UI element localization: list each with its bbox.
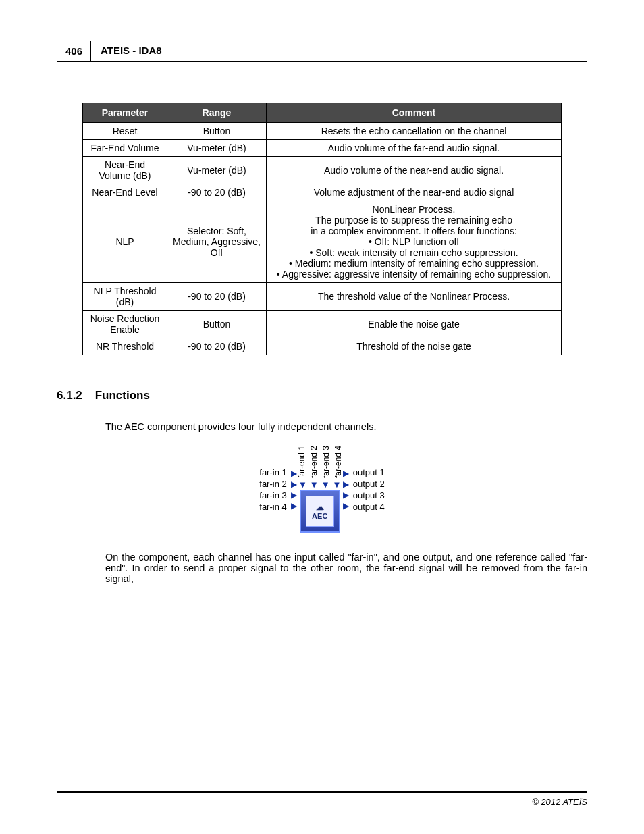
cell-range: Selector: Soft, Medium, Aggressive, Off [167, 201, 267, 283]
far-in-label: far-in 1 [259, 467, 286, 477]
cell-range: Button [167, 123, 267, 140]
cell-range: Vu-meter (dB) [167, 157, 267, 184]
cell-param: Near-End Level [83, 184, 167, 201]
cell-param: NR Threshold [83, 338, 167, 355]
footer-rule [57, 791, 587, 793]
nlp-bullet: Aggressive: aggressive intensity of rema… [272, 269, 556, 280]
nlp-bullet: Off: NLP function off [272, 236, 556, 247]
triangle-right-icon: ▶ [291, 501, 297, 511]
table-row: Near-End Volume (dB) Vu-meter (dB) Audio… [83, 157, 562, 184]
far-end-label: far-end 1 [297, 446, 306, 478]
aec-component-box: ☁ AEC [300, 490, 340, 533]
cell-comment: Audio volume of the near-end audio signa… [267, 157, 562, 184]
section-heading: 6.1.2 Functions [57, 389, 587, 402]
triangle-down-icon: ▼ [310, 479, 319, 490]
far-end-label: far-end 3 [321, 446, 331, 478]
triangle-down-icon: ▼ [298, 479, 307, 490]
nlp-bullet: Soft: weak intensity of remain echo supp… [272, 247, 556, 258]
far-in-label: far-in 4 [259, 502, 286, 512]
cell-range: -90 to 20 (dB) [167, 283, 267, 311]
diagram-left-labels: far-in 1 far-in 2 far-in 3 far-in 4 [259, 467, 286, 512]
section-title: Functions [95, 389, 150, 402]
table-row: Near-End Level -90 to 20 (dB) Volume adj… [83, 184, 562, 201]
parameter-table: Parameter Range Comment Reset Button Res… [82, 103, 562, 355]
aec-label: AEC [312, 512, 327, 520]
cell-comment: Threshold of the noise gate [267, 338, 562, 355]
copyright: © 2012 ATEÏS [57, 797, 587, 807]
right-triangles: ▶ ▶ ▶ ▶ [343, 469, 349, 511]
paragraph: On the component, each channel has one i… [105, 552, 587, 584]
diagram-right-labels: output 1 output 2 output 3 output 4 [353, 467, 385, 512]
diagram-top-labels: far-end 1 far-end 2 far-end 3 far-end 4 [297, 446, 343, 478]
far-end-label: far-end 4 [333, 446, 343, 478]
triangle-right-icon: ▶ [343, 479, 349, 489]
cell-range: -90 to 20 (dB) [167, 184, 267, 201]
cell-param: Far-End Volume [83, 140, 167, 157]
output-label: output 1 [353, 467, 385, 477]
table-row: Far-End Volume Vu-meter (dB) Audio volum… [83, 140, 562, 157]
far-end-label: far-end 2 [309, 446, 319, 478]
table-row: Reset Button Resets the echo cancellatio… [83, 123, 562, 140]
cell-comment: Volume adjustment of the near-end audio … [267, 184, 562, 201]
cell-comment: NonLinear Process. The purpose is to sup… [267, 201, 562, 283]
cell-range: Button [167, 311, 267, 338]
cell-param: NLP Threshold (dB) [83, 283, 167, 311]
cell-param: Near-End Volume (dB) [83, 157, 167, 184]
nlp-line: The purpose is to suppress the remaining… [272, 215, 556, 226]
cell-comment: Audio volume of the far-end audio signal… [267, 140, 562, 157]
cell-param: NLP [83, 201, 167, 283]
table-row: NLP Selector: Soft, Medium, Aggressive, … [83, 201, 562, 283]
top-arrows: ▼ ▼ ▼ ▼ [298, 479, 342, 490]
table-row: Noise Reduction Enable Button Enable the… [83, 311, 562, 338]
cell-param: Noise Reduction Enable [83, 311, 167, 338]
section-number: 6.1.2 [57, 389, 82, 402]
doc-title: ATEIS - IDA8 [91, 41, 587, 61]
th-parameter: Parameter [83, 103, 167, 123]
cell-comment: Resets the echo cancellation on the chan… [267, 123, 562, 140]
nlp-line: NonLinear Process. [272, 204, 556, 215]
left-triangles: ▶ ▶ ▶ ▶ [291, 469, 297, 511]
triangle-right-icon: ▶ [343, 501, 349, 511]
triangle-right-icon: ▶ [291, 490, 297, 500]
triangle-right-icon: ▶ [291, 479, 297, 489]
table-row: NLP Threshold (dB) -90 to 20 (dB) The th… [83, 283, 562, 311]
triangle-right-icon: ▶ [343, 469, 349, 478]
output-label: output 2 [353, 479, 385, 489]
far-in-label: far-in 3 [259, 490, 286, 500]
nlp-line: in a complex environment. It offers four… [272, 226, 556, 236]
th-comment: Comment [267, 103, 562, 123]
cell-range: -90 to 20 (dB) [167, 338, 267, 355]
triangle-right-icon: ▶ [291, 469, 297, 478]
cell-comment: The threshold value of the Nonlinear Pro… [267, 283, 562, 311]
triangle-down-icon: ▼ [321, 479, 330, 490]
triangle-right-icon: ▶ [343, 490, 349, 500]
triangle-down-icon: ▼ [333, 479, 342, 490]
page-number: 406 [57, 41, 91, 61]
output-label: output 4 [353, 502, 385, 512]
output-label: output 3 [353, 490, 385, 500]
far-in-label: far-in 2 [259, 479, 286, 489]
aec-diagram: far-in 1 far-in 2 far-in 3 far-in 4 ▶ ▶ … [57, 446, 587, 533]
cell-param: Reset [83, 123, 167, 140]
page-header: 406 ATEIS - IDA8 [57, 41, 587, 62]
nlp-bullet: Medium: medium intensity of remaining ec… [272, 258, 556, 269]
cell-range: Vu-meter (dB) [167, 140, 267, 157]
table-row: NR Threshold -90 to 20 (dB) Threshold of… [83, 338, 562, 355]
paragraph: The AEC component provides four fully in… [105, 421, 587, 432]
th-range: Range [167, 103, 267, 123]
cell-comment: Enable the noise gate [267, 311, 562, 338]
